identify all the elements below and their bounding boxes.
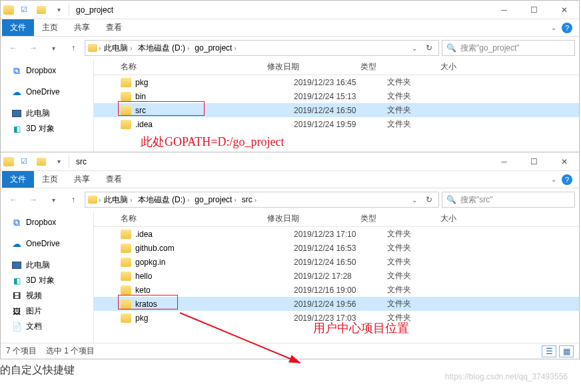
- crumb-go-project[interactable]: go_project›: [193, 42, 238, 54]
- col-name[interactable]: 名称: [94, 213, 267, 224]
- col-type[interactable]: 类型: [360, 213, 440, 224]
- folder-icon: [121, 299, 131, 309]
- list-header[interactable]: 名称 修改日期 类型 大小: [94, 211, 579, 227]
- view-details-button[interactable]: ☰: [542, 345, 556, 357]
- up-button[interactable]: ↑: [65, 39, 82, 57]
- table-row[interactable]: src2019/12/24 16:50文件夹: [94, 103, 579, 117]
- close-button[interactable]: ✕: [549, 1, 579, 19]
- minimize-button[interactable]: ─: [489, 1, 519, 19]
- address-bar[interactable]: › 此电脑› 本地磁盘 (D:)› go_project› src› ⌄ ↻: [85, 192, 439, 208]
- addr-folder-icon: [88, 44, 97, 52]
- pc-icon: [11, 260, 22, 271]
- crumb-thispc[interactable]: 此电脑›: [102, 193, 134, 207]
- sidebar-item-dropbox[interactable]: ⧉Dropbox: [1, 215, 93, 230]
- table-row[interactable]: kratos2019/12/24 19:56文件夹: [94, 297, 579, 311]
- sidebar-item-onedrive[interactable]: ☁OneDrive: [1, 85, 93, 99]
- folder-icon: [121, 313, 131, 323]
- cell-type: 文件夹: [387, 104, 467, 116]
- tab-view[interactable]: 查看: [98, 171, 130, 188]
- history-button[interactable]: ▾: [45, 39, 62, 57]
- minimize-button[interactable]: ─: [489, 152, 519, 171]
- cell-name: kratos: [135, 299, 294, 309]
- sidebar-item-thispc[interactable]: 此电脑: [1, 106, 93, 121]
- cell-type: 文件夹: [387, 270, 467, 282]
- sidebar-item-thispc[interactable]: 此电脑: [1, 258, 93, 273]
- cell-name: .idea: [135, 120, 294, 129]
- search-input[interactable]: 🔍 搜索"go_project": [442, 40, 575, 56]
- sidebar-item-pictures[interactable]: 🖼图片: [1, 303, 93, 319]
- qat-customize[interactable]: ▾: [51, 154, 66, 169]
- close-button[interactable]: ✕: [549, 152, 579, 171]
- table-row[interactable]: github.com2019/12/24 16:53文件夹: [94, 241, 579, 255]
- forward-button[interactable]: →: [25, 191, 42, 208]
- ribbon-collapse[interactable]: ⌄: [551, 176, 556, 183]
- tab-file[interactable]: 文件: [2, 171, 34, 188]
- sidebar-item-documents[interactable]: 📄文档: [1, 319, 93, 334]
- maximize-button[interactable]: ☐: [519, 1, 549, 19]
- table-row[interactable]: hello2019/12/2 17:28文件夹: [94, 269, 579, 283]
- refresh-icon[interactable]: ↻: [422, 193, 436, 206]
- list-header[interactable]: 名称 修改日期 类型 大小: [94, 59, 579, 75]
- qat-new-folder[interactable]: [34, 154, 49, 169]
- folder-icon: [121, 78, 131, 87]
- sidebar-item-dropbox[interactable]: ⧉Dropbox: [1, 63, 93, 78]
- cell-date: 2019/12/23 17:03: [294, 313, 387, 323]
- tab-home[interactable]: 主页: [34, 171, 66, 188]
- qat-props[interactable]: ☑: [17, 3, 31, 17]
- sidebar-item-3d[interactable]: ◧3D 对象: [1, 273, 93, 288]
- table-row[interactable]: bin2019/12/24 15:13文件夹: [94, 89, 579, 103]
- table-row[interactable]: keto2019/12/16 19:00文件夹: [94, 283, 579, 297]
- up-button[interactable]: ↑: [65, 191, 82, 208]
- ribbon-collapse[interactable]: ⌄: [551, 24, 556, 31]
- search-input[interactable]: 🔍 搜索"src": [442, 192, 575, 208]
- col-name[interactable]: 名称: [94, 61, 267, 73]
- col-type[interactable]: 类型: [360, 61, 440, 73]
- view-icons-button[interactable]: ▦: [559, 345, 574, 357]
- table-row[interactable]: .idea2019/12/24 19:59文件夹: [94, 117, 579, 131]
- history-button[interactable]: ▾: [45, 191, 62, 208]
- refresh-icon[interactable]: ↻: [422, 41, 436, 55]
- cell-name: keto: [135, 286, 294, 295]
- col-size[interactable]: 大小: [440, 61, 494, 73]
- window-title: src: [76, 157, 87, 166]
- sidebar-item-onedrive[interactable]: ☁OneDrive: [1, 236, 93, 251]
- back-button[interactable]: ←: [5, 39, 22, 57]
- crumb-disk[interactable]: 本地磁盘 (D:)›: [136, 193, 192, 207]
- status-bar: 7 个项目 选中 1 个项目 ☰ ▦: [1, 343, 579, 359]
- back-button[interactable]: ←: [5, 191, 22, 208]
- maximize-button[interactable]: ☐: [519, 152, 549, 171]
- help-icon[interactable]: ?: [562, 23, 572, 33]
- watermark: https://blog.csdn.net/qq_37493556: [445, 372, 568, 381]
- table-row[interactable]: gopkg.in2019/12/24 16:50文件夹: [94, 255, 579, 269]
- table-row[interactable]: pkg2019/12/23 17:03文件夹: [94, 311, 579, 325]
- col-date[interactable]: 修改日期: [267, 213, 360, 224]
- col-size[interactable]: 大小: [440, 213, 494, 224]
- crumb-disk[interactable]: 本地磁盘 (D:)›: [136, 41, 192, 55]
- tab-share[interactable]: 共享: [66, 19, 98, 36]
- col-date[interactable]: 修改日期: [267, 61, 360, 73]
- tab-share[interactable]: 共享: [66, 171, 98, 188]
- qat-customize[interactable]: ▾: [51, 3, 66, 17]
- crumb-src[interactable]: src›: [240, 194, 259, 206]
- tab-file[interactable]: 文件: [2, 19, 34, 36]
- documents-icon: 📄: [11, 321, 22, 332]
- tab-view[interactable]: 查看: [98, 19, 130, 36]
- addr-dropdown[interactable]: ⌄: [408, 41, 421, 55]
- addr-dropdown[interactable]: ⌄: [408, 193, 421, 206]
- sidebar-item-video[interactable]: 🎞视频: [1, 288, 93, 303]
- crumb-go-project[interactable]: go_project›: [193, 194, 238, 206]
- table-row[interactable]: pkg2019/12/23 16:45文件夹: [94, 75, 579, 89]
- table-row[interactable]: .idea2019/12/23 17:10文件夹: [94, 227, 579, 241]
- dropbox-icon: ⧉: [11, 217, 22, 228]
- help-icon[interactable]: ?: [562, 174, 572, 185]
- qat-new-folder[interactable]: [34, 3, 49, 17]
- tab-home[interactable]: 主页: [34, 19, 66, 36]
- address-bar[interactable]: › 此电脑› 本地磁盘 (D:)› go_project› ⌄ ↻: [85, 40, 439, 56]
- search-icon: 🔍: [446, 195, 456, 204]
- obj3d-icon: ◧: [11, 124, 22, 134]
- cell-date: 2019/12/24 15:13: [294, 92, 387, 101]
- crumb-thispc[interactable]: 此电脑›: [102, 41, 134, 55]
- qat-props[interactable]: ☑: [17, 154, 31, 169]
- sidebar-item-3d[interactable]: ◧3D 对象: [1, 121, 93, 136]
- forward-button[interactable]: →: [25, 39, 42, 57]
